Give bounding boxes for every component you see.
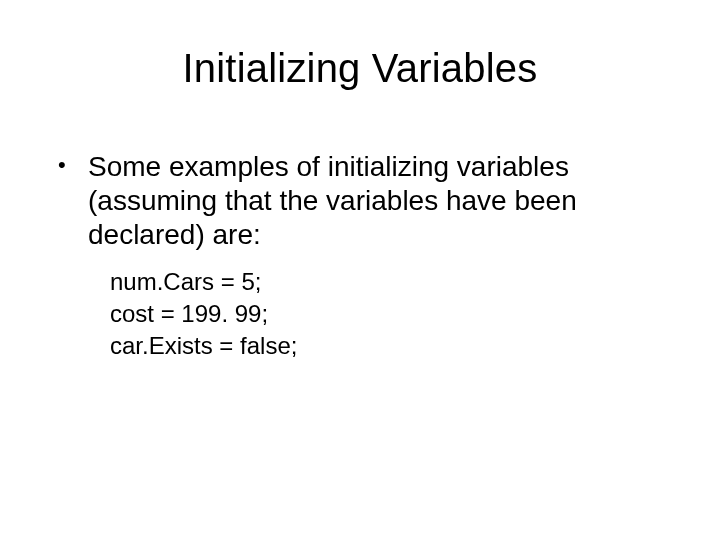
code-line-1: num.Cars = 5; — [110, 266, 658, 298]
code-block: num.Cars = 5; cost = 199. 99; car.Exists… — [110, 266, 658, 361]
bullet-text: Some examples of initializing variables … — [88, 150, 658, 252]
slide-body: • Some examples of initializing variable… — [58, 150, 658, 361]
code-line-3: car.Exists = false; — [110, 330, 658, 362]
bullet-dot-icon: • — [58, 150, 88, 179]
slide: Initializing Variables • Some examples o… — [0, 0, 720, 540]
bullet-item: • Some examples of initializing variable… — [58, 150, 658, 252]
code-line-2: cost = 199. 99; — [110, 298, 658, 330]
slide-title: Initializing Variables — [0, 46, 720, 91]
